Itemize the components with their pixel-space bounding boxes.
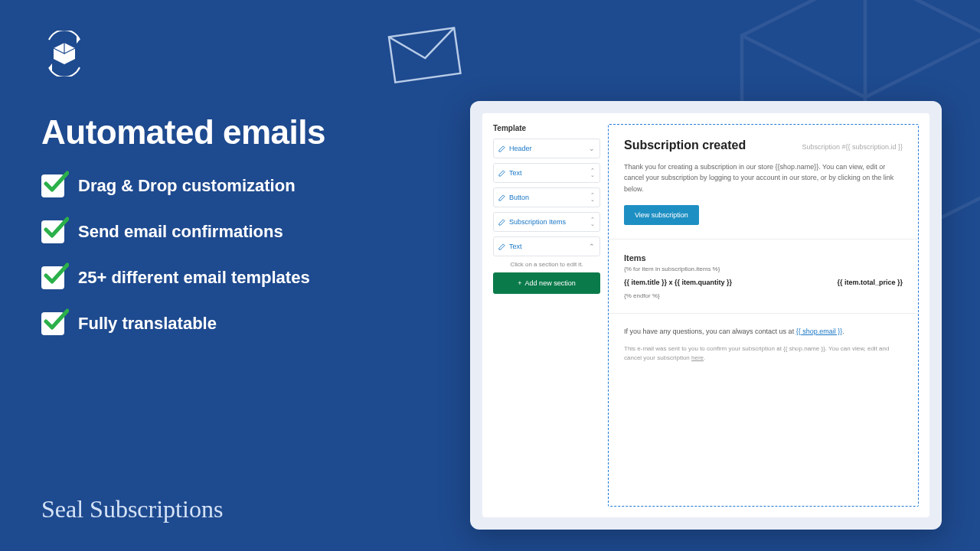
checkmark-icon <box>41 266 64 289</box>
item-row: {{ item.title }} x {{ item.quantity }} {… <box>624 279 903 286</box>
chevron-down-icon[interactable]: ⌄ <box>589 145 595 152</box>
section-label: Text <box>509 243 589 250</box>
section-label: Text <box>509 169 590 177</box>
section-item-subscription-items[interactable]: Subscription Items ⌃⌄ <box>493 212 600 232</box>
pencil-icon <box>498 145 505 152</box>
section-item-button[interactable]: Button ⌃⌄ <box>493 187 600 207</box>
feature-label: 25+ different email templates <box>78 268 310 288</box>
preview-title: Subscription created <box>624 139 746 152</box>
add-section-button[interactable]: + Add new section <box>493 272 600 294</box>
sidebar-title: Template <box>493 124 600 132</box>
questions-text: If you have any questions, you can alway… <box>624 328 903 335</box>
preview-header: Subscription created Subscription #{{ su… <box>624 139 903 152</box>
pencil-icon <box>498 219 505 226</box>
feature-label: Drag & Drop customization <box>78 176 296 196</box>
reorder-arrows[interactable]: ⌃⌄ <box>590 168 595 178</box>
items-heading: Items <box>624 253 903 262</box>
pencil-icon <box>498 243 505 250</box>
envelope-icon <box>387 26 463 87</box>
feature-label: Send email confirmations <box>78 222 283 242</box>
section-label: Subscription Items <box>509 218 590 226</box>
sidebar-hint: Click on a section to edit it. <box>493 261 600 268</box>
section-label: Button <box>509 194 590 201</box>
section-item-text-2[interactable]: Text ⌃ <box>493 236 600 256</box>
plus-icon: + <box>518 279 521 287</box>
checkmark-icon <box>41 220 64 243</box>
template-sidebar: Template Header ⌄ Text ⌃⌄ Button ⌃⌄ Subs… <box>493 124 608 507</box>
view-subscription-button[interactable]: View subscription <box>624 205 699 225</box>
template-endfor: {% endfor %} <box>624 292 903 299</box>
pencil-icon <box>498 170 505 177</box>
footer-text: This e-mail was sent to you to confirm y… <box>624 344 903 363</box>
divider <box>609 313 918 314</box>
pencil-icon <box>498 194 505 201</box>
hero-title: Automated emails <box>41 113 325 152</box>
brand-name: Seal Subscriptions <box>41 495 223 523</box>
email-preview: Subscription created Subscription #{{ su… <box>608 124 919 507</box>
chevron-up-icon[interactable]: ⌃ <box>589 243 595 250</box>
feature-list: Drag & Drop customization Send email con… <box>41 174 310 335</box>
questions-prefix: If you have any questions, you can alway… <box>624 328 796 335</box>
editor-inner: Template Header ⌄ Text ⌃⌄ Button ⌃⌄ Subs… <box>482 113 929 517</box>
logo-icon <box>41 31 87 80</box>
template-for-loop: {% for item in subscription.items %} <box>624 266 903 272</box>
shop-email-link[interactable]: {{ shop.email }} <box>796 328 843 335</box>
add-section-label: Add new section <box>525 279 576 287</box>
footer-suffix: . <box>704 354 705 361</box>
divider <box>609 239 918 240</box>
section-label: Header <box>509 145 589 152</box>
footer-here-link[interactable]: here <box>691 354 704 361</box>
preview-body-text: Thank you for creating a subscription in… <box>624 161 903 194</box>
subscription-id: Subscription #{{ subscription.id }} <box>802 143 903 151</box>
feature-item: Send email confirmations <box>41 220 310 243</box>
feature-item: 25+ different email templates <box>41 266 310 289</box>
editor-panel: Template Header ⌄ Text ⌃⌄ Button ⌃⌄ Subs… <box>470 101 942 530</box>
checkmark-icon <box>41 312 64 335</box>
item-title-template: {{ item.title }} x {{ item.quantity }} <box>624 279 732 286</box>
reorder-arrows[interactable]: ⌃⌄ <box>590 217 595 227</box>
svg-rect-2 <box>389 28 461 82</box>
feature-label: Fully translatable <box>78 314 217 334</box>
section-item-text[interactable]: Text ⌃⌄ <box>493 163 600 183</box>
feature-item: Drag & Drop customization <box>41 174 310 197</box>
item-price-template: {{ item.total_price }} <box>837 279 903 286</box>
feature-item: Fully translatable <box>41 312 310 335</box>
checkmark-icon <box>41 174 64 197</box>
reorder-arrows[interactable]: ⌃⌄ <box>590 193 595 202</box>
questions-suffix: . <box>842 328 844 335</box>
section-item-header[interactable]: Header ⌄ <box>493 139 600 158</box>
footer-prefix: This e-mail was sent to you to confirm y… <box>624 345 889 361</box>
